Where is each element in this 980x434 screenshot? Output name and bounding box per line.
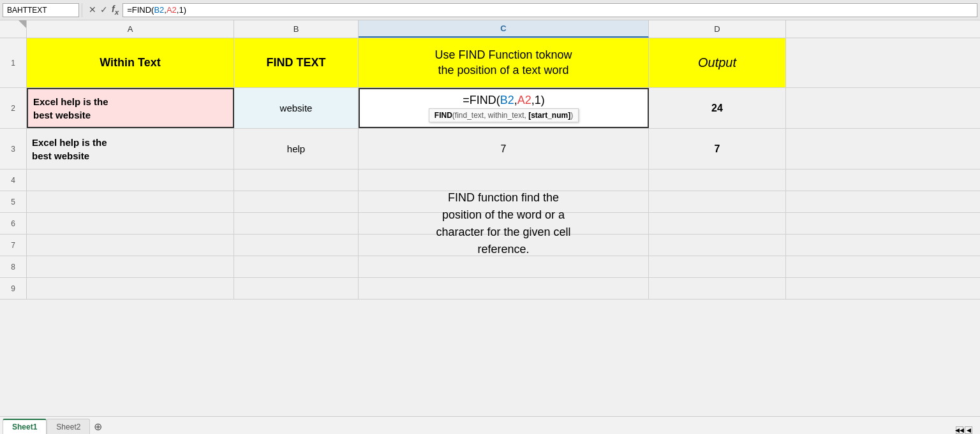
cancel-icon[interactable]: ✕	[89, 4, 96, 15]
cell-b8[interactable]	[234, 256, 359, 277]
grid-body: 1 Within Text FIND TEXT Use FIND Functio…	[0, 38, 980, 300]
cell-a1[interactable]: Within Text	[27, 38, 234, 87]
divider	[82, 3, 82, 17]
cell-d4[interactable]	[649, 170, 786, 191]
tab-sheet1[interactable]: Sheet1	[3, 419, 47, 434]
tooltip-optional-arg: [start_num]	[528, 111, 570, 120]
cell-c7[interactable]	[359, 235, 649, 256]
row-num-4: 4	[0, 170, 27, 191]
row-num-7: 7	[0, 235, 27, 256]
name-box[interactable]: BAHTTEXT	[3, 3, 79, 17]
cell-c9[interactable]	[359, 278, 649, 299]
col-header-b[interactable]: B	[234, 20, 359, 38]
formula-b2-ref: B2	[154, 5, 164, 15]
cell-d7[interactable]	[649, 235, 786, 256]
row-3: 3 Excel help is the best website help 7 …	[0, 129, 980, 170]
tooltip-func-name: FIND	[434, 111, 452, 120]
cell-d8[interactable]	[649, 256, 786, 277]
cell-d2[interactable]: 24	[649, 88, 786, 128]
row-4: 4	[0, 170, 980, 191]
row-6: 6 FIND function find the position of the…	[0, 213, 980, 235]
row-num-6: 6	[0, 213, 27, 234]
formula-display-suffix: )	[541, 94, 545, 106]
cell-b6[interactable]	[234, 213, 359, 234]
insert-function-icon[interactable]: fx	[112, 4, 119, 16]
formula-bar-container: BAHTTEXT ✕ ✓ fx =FIND(B2,A2,1)	[0, 0, 980, 20]
cell-c3[interactable]: 7	[359, 129, 649, 169]
row-num-2: 2	[0, 88, 27, 128]
tooltip-args: (find_text, within_text,	[452, 111, 528, 120]
formula-icons: ✕ ✓ fx	[89, 4, 119, 16]
cell-d5[interactable]	[649, 191, 786, 212]
row-8: 8	[0, 256, 980, 278]
scroll-controls: ◀◀ ◀	[956, 426, 972, 434]
cell-b9[interactable]	[234, 278, 359, 299]
cell-b3[interactable]: help	[234, 129, 359, 169]
cell-b7[interactable]	[234, 235, 359, 256]
cell-d1[interactable]: Output	[649, 38, 786, 87]
tab-sheet2[interactable]: Sheet2	[47, 419, 90, 434]
row-2: 2 Excel help is the best website website…	[0, 88, 980, 129]
row-num-5: 5	[0, 191, 27, 212]
cell-b1[interactable]: FIND TEXT	[234, 38, 359, 87]
cell-a4[interactable]	[27, 170, 234, 191]
cell-b2[interactable]: website	[234, 88, 359, 128]
cell-a6[interactable]	[27, 213, 234, 234]
row-9: 9	[0, 278, 980, 300]
cell-d3[interactable]: 7	[649, 129, 786, 169]
column-header-row: A B C D	[0, 20, 980, 38]
cell-c1[interactable]: Use FIND Function toknow the position of…	[359, 38, 649, 87]
cell-b5[interactable]	[234, 191, 359, 212]
confirm-icon[interactable]: ✓	[100, 4, 108, 15]
select-all-triangle	[19, 20, 26, 28]
cell-b4[interactable]	[234, 170, 359, 191]
formula-display-num: 1	[535, 94, 541, 106]
cell-a8[interactable]	[27, 256, 234, 277]
cell-c8[interactable]	[359, 256, 649, 277]
row-num-8: 8	[0, 256, 27, 277]
row-num-3: 3	[0, 129, 27, 169]
formula-num: 1	[179, 5, 183, 15]
tab-bar: Sheet1 Sheet2 ⊕ ◀◀ ◀	[0, 416, 980, 434]
corner-cell	[0, 20, 27, 38]
add-sheet-button[interactable]: ⊕	[90, 419, 105, 434]
cell-c2[interactable]: =FIND(B2,A2,1) FIND(find_text, within_te…	[359, 88, 649, 128]
formula-a2-ref: A2	[167, 5, 177, 15]
row-7: 7	[0, 235, 980, 256]
cell-a9[interactable]	[27, 278, 234, 299]
col-header-c[interactable]: C	[359, 20, 649, 38]
col-header-d[interactable]: D	[649, 20, 786, 38]
formula-display-b2: B2	[500, 94, 514, 106]
cell-a7[interactable]	[27, 235, 234, 256]
formula-suffix: )	[184, 5, 186, 15]
row-1: 1 Within Text FIND TEXT Use FIND Functio…	[0, 38, 980, 88]
formula-input[interactable]: =FIND(B2,A2,1)	[122, 3, 977, 17]
formula-tooltip: FIND(find_text, within_text, [start_num]…	[429, 108, 579, 122]
row-num-1: 1	[0, 38, 27, 87]
row-num-9: 9	[0, 278, 27, 299]
formula-display-a2: A2	[517, 94, 531, 106]
cell-a2[interactable]: Excel help is the best website	[27, 88, 234, 128]
tooltip-close-paren: )	[570, 111, 573, 120]
scroll-left-left[interactable]: ◀◀	[956, 426, 963, 434]
tab-scrollbar-area: ◀◀ ◀	[105, 426, 977, 434]
cell-a3[interactable]: Excel help is the best website	[27, 129, 234, 169]
cell-c6-desc[interactable]: FIND function find the position of the w…	[359, 213, 649, 234]
formula-prefix: =FIND(	[127, 5, 154, 15]
cell-d9[interactable]	[649, 278, 786, 299]
formula-display: =FIND(B2,A2,1)	[463, 94, 545, 107]
cell-d6[interactable]	[649, 213, 786, 234]
col-header-a[interactable]: A	[27, 20, 234, 38]
spreadsheet: A B C D 1 Within Text FIND TEXT Use FIND…	[0, 20, 980, 416]
scroll-left[interactable]: ◀	[965, 426, 972, 434]
cell-c4[interactable]	[359, 170, 649, 191]
cell-a5[interactable]	[27, 191, 234, 212]
formula-eq-prefix: =FIND(	[463, 94, 500, 106]
